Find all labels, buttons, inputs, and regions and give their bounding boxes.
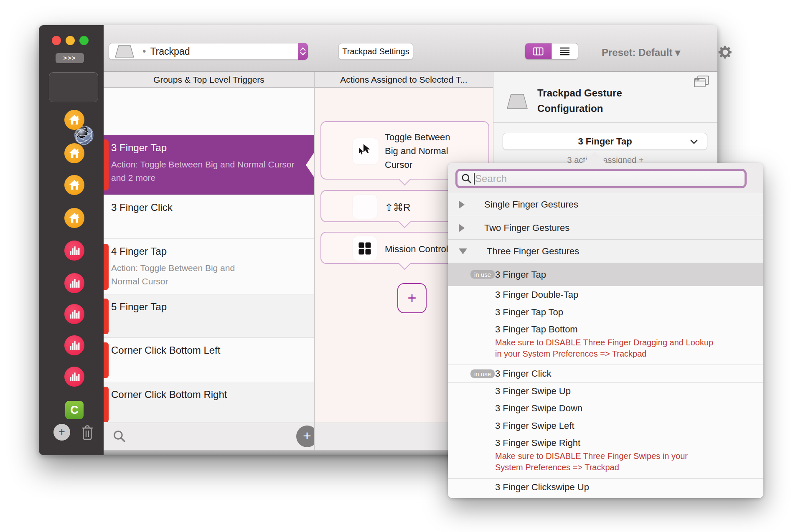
in-use-badge: in use	[470, 369, 495, 378]
gesture-list: Single Finger Gestures Two Finger Gestur…	[448, 193, 763, 498]
trackpad-settings-button[interactable]: Trackpad Settings	[338, 43, 413, 60]
preset-menu[interactable]: Preset: Default ▾	[602, 47, 680, 58]
minimize-window-button[interactable]	[66, 36, 75, 45]
gesture-item-3-finger-swipe-up[interactable]: 3 Finger Swipe Up	[448, 382, 763, 400]
sidebar-item-home-4[interactable]	[64, 208, 84, 228]
zoom-window-button[interactable]	[79, 36, 89, 45]
columns-view-button[interactable]	[525, 43, 552, 59]
sidebar-item-camtasia[interactable]: C	[65, 401, 84, 419]
device-select-value: Trackpad	[150, 46, 190, 57]
trigger-row-corner-click-bottom-left[interactable]: Corner Click Bottom Left	[104, 338, 314, 382]
trigger-row-5-finger-tap[interactable]: 5 Finger Tap	[104, 294, 314, 338]
gesture-item-3-finger-tap-top[interactable]: 3 Finger Tap Top	[448, 304, 763, 321]
trigger-row-corner-click-bottom-right[interactable]: Corner Click Bottom Right	[104, 382, 314, 426]
gesture-label: 3 Finger Swipe Right	[495, 438, 580, 448]
add-item-button[interactable]: +	[296, 426, 314, 447]
chevron-down-icon	[690, 139, 698, 144]
sidebar-item-chart-4[interactable]	[64, 335, 84, 355]
text-caret	[474, 173, 475, 185]
selection-pointer-notch	[306, 152, 314, 177]
disclosure-down-icon[interactable]	[459, 248, 467, 254]
disclosure-right-icon[interactable]	[459, 200, 465, 209]
gesture-label: 3 Finger Tap Bottom	[495, 324, 578, 334]
trigger-subtitle: Action: Toggle Between Big and Normal Cu…	[111, 158, 308, 185]
gesture-label: 3 Finger Tap	[495, 269, 546, 280]
view-toggle	[525, 43, 578, 60]
sidebar-item-chart-3[interactable]	[64, 304, 84, 324]
in-use-badge: in use	[470, 270, 495, 279]
trigger-row-3-finger-tap[interactable]: 3 Finger Tap Action: Toggle Between Big …	[104, 135, 314, 195]
panels-icon[interactable]	[693, 75, 710, 89]
gesture-item-3-finger-tap[interactable]: in use 3 Finger Tap	[448, 263, 763, 286]
gesture-item-3-finger-swipe-right[interactable]: 3 Finger Swipe Right	[448, 435, 763, 451]
home-icon	[68, 212, 81, 224]
sidebar-expand-button[interactable]: >>>	[56, 53, 84, 63]
gesture-item-3-finger-clickswipe-up[interactable]: 3 Finger Clickswipe Up	[448, 478, 763, 496]
card-connector-notch	[399, 216, 411, 228]
trigger-row-3-finger-click[interactable]: 3 Finger Click	[104, 195, 314, 239]
sidebar-item-chart-5[interactable]	[64, 367, 84, 387]
trigger-title: 3 Finger Click	[111, 202, 309, 213]
bar-chart-icon	[69, 371, 80, 382]
category-two-finger[interactable]: Two Finger Gestures	[448, 216, 763, 240]
sidebar-trash-icon[interactable]	[81, 425, 94, 441]
actions-column-header: Actions Assigned to Selected T...	[315, 72, 493, 88]
sidebar-item-home-3[interactable]	[64, 175, 84, 195]
device-select[interactable]: • Trackpad	[109, 43, 308, 60]
close-window-button[interactable]	[52, 36, 61, 45]
device-select-field: • Trackpad	[109, 43, 298, 60]
category-label: Three Finger Gestures	[487, 246, 579, 257]
gesture-item-3-finger-double-tap[interactable]: 3 Finger Double-Tap	[448, 286, 763, 304]
gesture-label: 3 Finger Swipe Left	[495, 421, 574, 431]
gesture-item-3-finger-tap-bottom[interactable]: 3 Finger Tap Bottom	[448, 321, 763, 337]
trigger-title: 4 Finger Tap	[111, 246, 309, 257]
columns-view-icon	[533, 47, 544, 56]
gesture-select[interactable]: 3 Finger Tap	[503, 133, 707, 150]
home-icon	[68, 147, 81, 160]
card-connector-notch	[399, 173, 411, 186]
gesture-item-3-finger-click[interactable]: in use 3 Finger Click	[448, 365, 763, 382]
app-sidebar: >>>	[39, 25, 104, 455]
sidebar-item-global-selected[interactable]	[49, 72, 98, 102]
gesture-label: 3 Finger Tap Top	[495, 307, 563, 317]
gear-icon[interactable]	[717, 44, 733, 60]
device-select-stepper[interactable]	[298, 43, 308, 60]
gesture-item-3-finger-swipe-left[interactable]: 3 Finger Swipe Left	[448, 417, 763, 435]
trigger-row-4-finger-tap[interactable]: 4 Finger Tap Action: Toggle Between Big …	[104, 239, 314, 294]
sidebar-item-chart-2[interactable]	[64, 273, 84, 293]
home-icon	[68, 179, 81, 191]
trackpad-icon	[506, 94, 529, 109]
search-icon	[461, 173, 473, 185]
trigger-title: 5 Finger Tap	[111, 301, 309, 313]
add-action-button[interactable]: +	[397, 283, 427, 313]
gesture-item-3-finger-swipe-down[interactable]: 3 Finger Swipe Down	[448, 400, 763, 417]
category-three-finger[interactable]: Three Finger Gestures	[448, 240, 763, 263]
trigger-title: Corner Click Bottom Right	[111, 389, 309, 400]
gesture-warning-note: Make sure to DISABLE Three Finger Swipes…	[448, 451, 740, 478]
sidebar-item-chart-1[interactable]	[64, 241, 84, 261]
trigger-flag	[104, 139, 109, 190]
gesture-label: 3 Finger Swipe Up	[495, 386, 571, 396]
triggers-column-toolbar: +	[104, 423, 314, 450]
trigger-subtitle: Action: Toggle Between Big and Normal Cu…	[111, 261, 251, 288]
home-icon	[68, 114, 81, 126]
gesture-label: 3 Finger Click	[495, 368, 551, 379]
gesture-label: 3 Finger Double-Tap	[495, 289, 578, 300]
device-bullet: •	[142, 46, 146, 57]
search-icon[interactable]	[113, 430, 126, 443]
trigger-flag	[104, 299, 109, 334]
bar-chart-icon	[69, 278, 80, 289]
sidebar-item-home-2[interactable]	[64, 143, 84, 163]
search-input[interactable]: Search	[455, 169, 747, 188]
sidebar-add-app-button[interactable]: +	[53, 424, 70, 441]
category-single-finger[interactable]: Single Finger Gestures	[448, 193, 763, 216]
disclosure-right-icon[interactable]	[459, 224, 465, 232]
trackpad-icon	[114, 45, 135, 58]
blank-icon	[353, 195, 377, 219]
list-view-button[interactable]	[552, 43, 578, 59]
sidebar-item-home-1[interactable]	[64, 110, 84, 130]
card-connector-notch	[399, 258, 411, 270]
trigger-flag	[104, 387, 109, 422]
search-placeholder: Search	[475, 173, 507, 185]
trigger-title: 3 Finger Tap	[111, 142, 309, 154]
